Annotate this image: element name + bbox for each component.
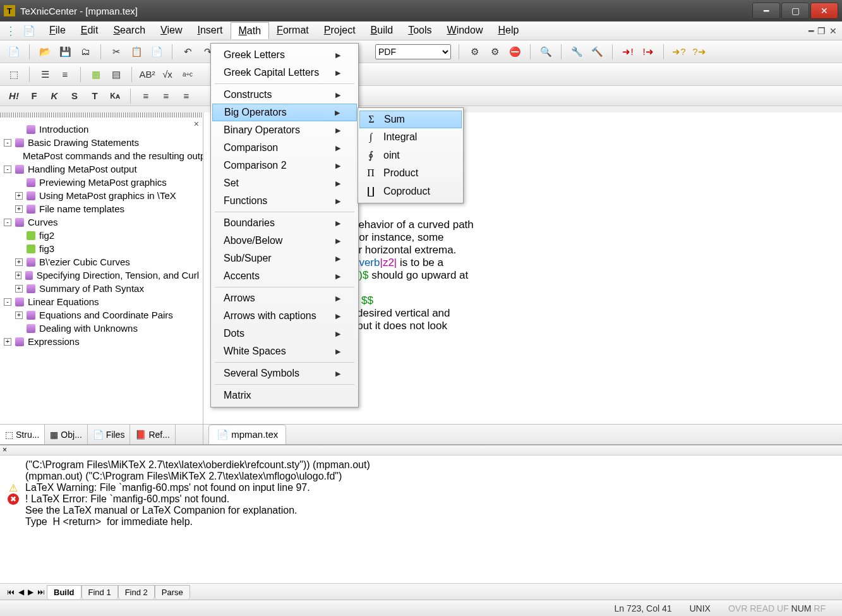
menu-math[interactable]: Math (231, 22, 270, 39)
mdi-restore-button[interactable]: ❐ (817, 26, 826, 36)
list-bullet-icon[interactable]: ☰ (37, 67, 52, 82)
struct-icon[interactable]: ⬚ (6, 67, 21, 82)
math-menu-arrows-with-captions[interactable]: Arrows with captions▶ (211, 307, 358, 325)
slanted-icon[interactable]: S (67, 88, 82, 104)
tree-node[interactable]: +Using MetaPost graphics in \TeX (4, 189, 199, 202)
output-last-icon[interactable]: ⏭ (35, 588, 47, 596)
menu-format[interactable]: Format (269, 22, 316, 39)
math-menu-boundaries[interactable]: Boundaries▶ (211, 214, 358, 232)
tree-node[interactable]: +Summary of Path Syntax (4, 282, 199, 295)
tree-node[interactable]: -Linear Equations (4, 295, 199, 308)
math-menu-big-operators[interactable]: Big Operators▶ (212, 104, 357, 121)
mdi-minimize-button[interactable]: ━ (809, 26, 814, 36)
bold-icon[interactable]: F (27, 88, 42, 104)
maximize-button[interactable]: ▢ (781, 3, 809, 19)
structure-tree[interactable]: Introduction-Basic Drawing StatementsMet… (0, 118, 203, 424)
sc-icon[interactable]: Kᴀ (107, 88, 123, 104)
table-icon[interactable]: ▦ (88, 67, 104, 82)
emph-icon[interactable]: H! (6, 88, 21, 104)
nav-prev-err-icon[interactable]: ➜! (620, 44, 635, 59)
output-prev-icon[interactable]: ◀ (16, 588, 26, 596)
bigop-product[interactable]: ΠProduct (358, 164, 463, 182)
math-menu-dots[interactable]: Dots▶ (211, 325, 358, 342)
tree-node[interactable]: +Specifying Direction, Tension, and Curl (4, 269, 199, 282)
math-menu-set[interactable]: Set▶ (211, 174, 358, 192)
output-tab-parse[interactable]: Parse (155, 585, 190, 599)
textfont-icon[interactable]: AB² (140, 67, 155, 82)
nav-next-warn-icon[interactable]: ?➜ (692, 44, 707, 59)
tree-node[interactable]: fig2 (4, 229, 199, 242)
tree-node[interactable]: MetaPost commands and the resulting outp… (4, 149, 199, 162)
sidebar-tab-files[interactable]: 📄Files (88, 425, 131, 444)
menu-help[interactable]: Help (490, 22, 526, 39)
tree-node[interactable]: -Basic Drawing Statements (4, 136, 199, 149)
nav-next-err-icon[interactable]: !➜ (641, 44, 656, 59)
expand-icon[interactable]: + (15, 258, 23, 266)
align-left-icon[interactable]: ≡ (138, 88, 153, 104)
math-menu-arrows[interactable]: Arrows▶ (211, 289, 358, 307)
menu-search[interactable]: Search (105, 22, 153, 39)
output-close-icon[interactable]: × (3, 445, 7, 454)
output-profile-select[interactable]: PDF (375, 44, 451, 59)
math-menu-accents[interactable]: Accents▶ (211, 267, 358, 285)
menu-insert[interactable]: Insert (189, 22, 230, 39)
math-menu-greek-capital-letters[interactable]: Greek Capital Letters▶ (211, 64, 358, 82)
math-menu-white-spaces[interactable]: White Spaces▶ (211, 342, 358, 360)
menu-tools[interactable]: Tools (400, 22, 439, 39)
big-operators-submenu[interactable]: ΣSum∫Integral∮ointΠProduct∐Coproduct (358, 107, 464, 203)
tree-node[interactable]: Previewing MetaPost graphics (4, 176, 199, 189)
frac-icon[interactable]: a÷c (180, 67, 195, 82)
math-menu-comparison-2[interactable]: Comparison 2▶ (211, 157, 358, 174)
sidebar-tab-obj[interactable]: ▦Obj... (45, 425, 87, 444)
menu-project[interactable]: Project (316, 22, 363, 39)
output-tab-find-1[interactable]: Find 1 (81, 585, 118, 599)
expand-icon[interactable]: + (15, 311, 23, 319)
copy-icon[interactable]: 📋 (129, 44, 144, 59)
close-button[interactable]: ✕ (810, 3, 838, 19)
math-menu-above-below[interactable]: Above/Below▶ (211, 232, 358, 250)
tree-node[interactable]: fig3 (4, 242, 199, 255)
tt-icon[interactable]: T (87, 88, 102, 104)
align-right-icon[interactable]: ≡ (179, 88, 194, 104)
stop-build-icon[interactable]: ⛔ (507, 44, 522, 59)
bigop-integral[interactable]: ∫Integral (358, 128, 463, 146)
math-menu-functions[interactable]: Functions▶ (211, 192, 358, 210)
tabular-icon[interactable]: ▤ (109, 67, 124, 82)
menu-view[interactable]: View (153, 22, 189, 39)
undo-icon[interactable]: ↶ (180, 44, 195, 59)
expand-icon[interactable]: + (15, 285, 23, 293)
expand-icon[interactable]: + (15, 192, 23, 200)
save-icon[interactable]: 💾 (57, 44, 73, 59)
math-menu-several-symbols[interactable]: Several Symbols▶ (211, 365, 358, 382)
view-output-icon[interactable]: 🔍 (538, 44, 553, 59)
cut-icon[interactable]: ✂ (109, 44, 124, 59)
open-icon[interactable]: 📂 (37, 44, 52, 59)
math-menu-constructs[interactable]: Constructs▶ (211, 86, 358, 104)
tree-node[interactable]: +File name templates (4, 202, 199, 215)
sqrt-icon[interactable]: √x (160, 67, 175, 82)
minimize-button[interactable]: ━ (752, 3, 780, 19)
expand-icon[interactable]: - (4, 166, 11, 173)
bigop-oint[interactable]: ∮oint (358, 146, 463, 164)
toggle2-icon[interactable]: 🔨 (589, 44, 604, 59)
mdi-close-button[interactable]: ✕ (829, 26, 837, 36)
bigop-coproduct[interactable]: ∐Coproduct (358, 182, 463, 200)
sidebar-tab-ref[interactable]: 📕Ref... (130, 425, 175, 444)
math-menu-sub-super[interactable]: Sub/Super▶ (211, 250, 358, 267)
bigop-sum[interactable]: ΣSum (359, 111, 462, 128)
menu-build[interactable]: Build (363, 22, 401, 39)
save-all-icon[interactable]: 🗂 (78, 44, 93, 59)
expand-icon[interactable]: - (4, 219, 11, 226)
tree-node[interactable]: -Curves (4, 215, 199, 229)
expand-icon[interactable]: + (15, 272, 21, 279)
tree-node[interactable]: Introduction (4, 123, 199, 136)
expand-icon[interactable]: + (4, 338, 11, 346)
nav-prev-warn-icon[interactable]: ➜? (671, 44, 687, 59)
menu-window[interactable]: Window (440, 22, 491, 39)
toggle-icon[interactable]: 🔧 (569, 44, 584, 59)
build-view-icon[interactable]: ⚙ (487, 44, 502, 59)
math-menu-matrix[interactable]: Matrix (211, 387, 358, 404)
build-output[interactable]: ("C:\Program Files\MiKTeX 2.7\tex\latex\… (0, 456, 842, 583)
output-next-icon[interactable]: ▶ (26, 588, 35, 596)
expand-icon[interactable]: - (4, 139, 11, 147)
